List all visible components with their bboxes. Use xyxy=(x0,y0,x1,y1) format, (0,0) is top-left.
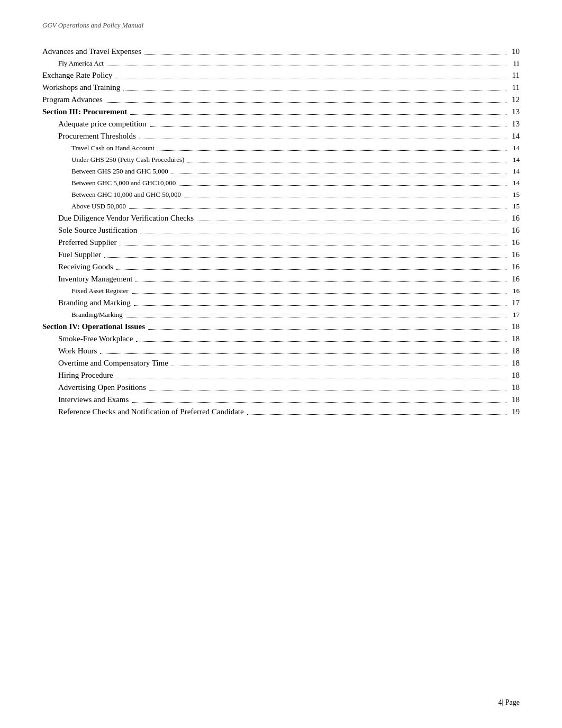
toc-title: Inventory Management xyxy=(42,275,135,284)
toc-page-number: 11 xyxy=(506,71,520,80)
toc-row: Branding/Marking17 xyxy=(42,309,520,321)
toc-page-number: 14 xyxy=(506,167,520,176)
toc-row: Adequate price competition13 xyxy=(42,118,520,130)
toc-page-number: 19 xyxy=(506,407,520,416)
toc-title: Between GHS 250 and GHC 5,000 xyxy=(42,167,171,176)
toc-title: Overtime and Compensatory Time xyxy=(42,359,171,368)
toc-dots xyxy=(139,139,506,139)
toc-title: Reference Checks and Notification of Pre… xyxy=(42,407,247,416)
toc-page-number: 11 xyxy=(506,83,520,92)
toc-page-number: 16 xyxy=(506,214,520,223)
toc-dots xyxy=(132,402,506,403)
toc-dots xyxy=(104,257,506,258)
toc-page-number: 18 xyxy=(506,359,520,368)
toc-title: Smoke-Free Workplace xyxy=(42,334,136,343)
toc-page-number: 16 xyxy=(506,226,520,235)
toc-title: Preferred Supplier xyxy=(42,238,120,247)
toc-dots xyxy=(106,102,506,103)
toc-dots xyxy=(247,414,506,415)
toc-row: Branding and Marking17 xyxy=(42,297,520,309)
toc-page-number: 18 xyxy=(506,371,520,380)
toc-title: Under GHS 250 (Petty Cash Procedures) xyxy=(42,156,187,164)
toc-page-number: 16 xyxy=(506,238,520,247)
toc-dots xyxy=(134,305,506,306)
toc-dots xyxy=(126,317,506,317)
toc-title: Procurement Thresholds xyxy=(42,132,139,141)
toc-row: Between GHS 250 and GHC 5,00014 xyxy=(42,166,520,177)
toc-row: Interviews and Exams18 xyxy=(42,394,520,406)
toc-row: Fixed Asset Register16 xyxy=(42,285,520,297)
toc-row: Reference Checks and Notification of Pre… xyxy=(42,406,520,418)
toc-dots xyxy=(129,208,506,209)
toc-dots xyxy=(135,281,506,282)
toc-dots xyxy=(144,54,506,54)
toc-title: Advances and Travel Expenses xyxy=(42,47,144,56)
toc-dots xyxy=(149,390,506,390)
toc-dots xyxy=(171,174,506,174)
toc-page-number: 18 xyxy=(506,322,520,331)
toc-title: Fuel Supplier xyxy=(42,250,104,259)
toc-page-number: 17 xyxy=(506,298,520,307)
toc-row: Travel Cash on Hand Account14 xyxy=(42,142,520,154)
toc-dots xyxy=(179,185,506,186)
toc-dots xyxy=(120,245,506,245)
toc-row: Receiving Goods16 xyxy=(42,261,520,273)
toc-page-number: 11 xyxy=(506,59,520,68)
toc-title: Section III: Procurement xyxy=(42,107,130,116)
toc-page-number: 13 xyxy=(506,120,520,129)
toc-page-number: 10 xyxy=(506,47,520,56)
toc-dots xyxy=(116,269,506,270)
toc-dots xyxy=(184,197,506,197)
toc-table: Advances and Travel Expenses10Fly Americ… xyxy=(42,46,520,418)
toc-title: Receiving Goods xyxy=(42,262,116,271)
toc-title: Interviews and Exams xyxy=(42,395,132,404)
toc-title: Adequate price competition xyxy=(42,120,150,129)
toc-title: Exchange Rate Policy xyxy=(42,71,115,80)
toc-dots xyxy=(115,78,506,78)
toc-row: Section III: Procurement13 xyxy=(42,106,520,118)
toc-dots xyxy=(107,66,506,66)
toc-title: Workshops and Training xyxy=(42,83,123,92)
toc-dots xyxy=(171,366,506,366)
toc-title: Section IV: Operational Issues xyxy=(42,322,148,331)
toc-dots xyxy=(148,329,506,330)
toc-page-number: 16 xyxy=(506,250,520,259)
toc-row: Preferred Supplier16 xyxy=(42,236,520,249)
toc-title: Due Diligence Vendor Verification Checks xyxy=(42,214,197,223)
toc-dots xyxy=(123,90,506,90)
toc-row: Above USD 50,00015 xyxy=(42,201,520,212)
toc-title: Fixed Asset Register xyxy=(42,287,132,295)
toc-title: Branding and Marking xyxy=(42,298,134,307)
toc-row: Advertising Open Positions18 xyxy=(42,381,520,394)
toc-row: Hiring Procedure18 xyxy=(42,369,520,381)
page-footer: 4| Page xyxy=(498,698,520,707)
toc-row: Smoke-Free Workplace18 xyxy=(42,333,520,345)
toc-title: Work Hours xyxy=(42,347,100,356)
document-header: GGV Operations and Policy Manual xyxy=(42,21,520,30)
toc-page-number: 13 xyxy=(506,107,520,116)
toc-title: Above USD 50,000 xyxy=(42,202,129,211)
toc-dots xyxy=(130,114,506,115)
toc-title: Hiring Procedure xyxy=(42,371,116,380)
toc-row: Procurement Thresholds14 xyxy=(42,130,520,142)
toc-page-number: 15 xyxy=(506,190,520,199)
toc-dots xyxy=(150,126,506,127)
toc-title: Program Advances xyxy=(42,95,106,104)
toc-page-number: 14 xyxy=(506,144,520,152)
toc-dots xyxy=(197,221,506,221)
toc-row: Inventory Management16 xyxy=(42,273,520,285)
toc-page-number: 16 xyxy=(506,275,520,284)
toc-page-number: 14 xyxy=(506,179,520,187)
toc-title: Fly America Act xyxy=(42,59,107,68)
toc-dots xyxy=(136,341,506,342)
toc-dots xyxy=(132,293,506,294)
toc-title: Branding/Marking xyxy=(42,311,126,319)
toc-row: Workshops and Training11 xyxy=(42,81,520,94)
toc-page-number: 18 xyxy=(506,395,520,404)
toc-page-number: 16 xyxy=(506,262,520,271)
toc-title: Travel Cash on Hand Account xyxy=(42,144,158,152)
toc-title: Between GHC 5,000 and GHC10,000 xyxy=(42,179,179,187)
toc-page-number: 16 xyxy=(506,287,520,295)
toc-page-number: 14 xyxy=(506,156,520,164)
toc-row: Under GHS 250 (Petty Cash Procedures)14 xyxy=(42,154,520,166)
